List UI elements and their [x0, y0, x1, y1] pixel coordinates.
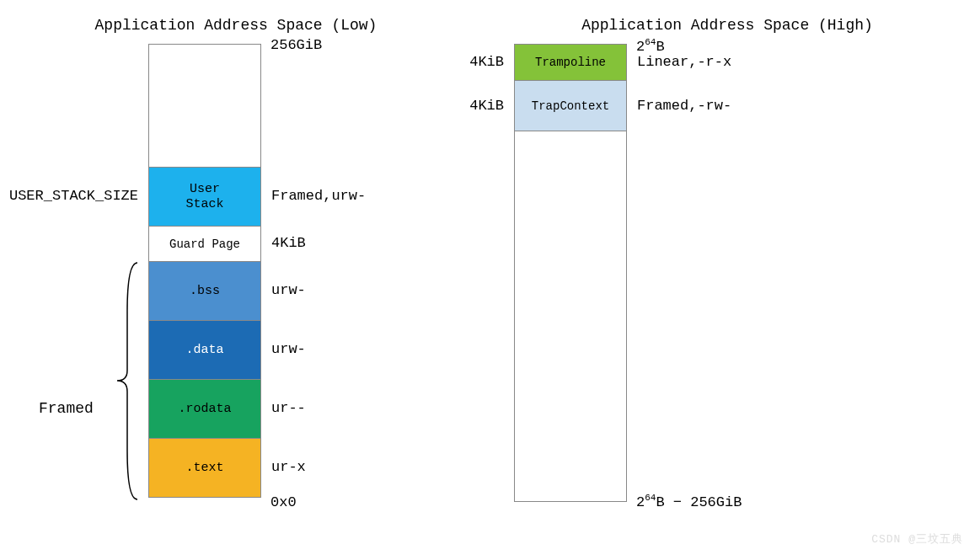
bss-segment: .bss urw-	[149, 261, 260, 320]
user-stack-right-label: Framed,urw-	[271, 188, 366, 204]
rodata-segment: .rodata ur--	[149, 379, 260, 438]
rodata-label: .rodata	[178, 402, 231, 416]
low-stack: UserStack USER_STACK_SIZE Framed,urw- Gu…	[148, 44, 261, 498]
high-empty-region	[515, 131, 626, 501]
trampoline-right-label: Linear,-r-x	[637, 54, 731, 70]
trapcontext-label: TrapContext	[532, 99, 609, 113]
framed-label: Framed	[39, 400, 94, 417]
high-top-addr: 264B	[636, 37, 665, 55]
guard-page-right-label: 4KiB	[271, 235, 306, 251]
text-segment: .text ur-x	[149, 438, 260, 497]
high-stack: Trampoline 4KiB Linear,-r-x TrapContext …	[514, 44, 627, 502]
trampoline-segment: Trampoline 4KiB Linear,-r-x	[515, 45, 626, 80]
data-right-label: urw-	[271, 341, 306, 357]
trampoline-left-label: 4KiB	[469, 54, 504, 70]
text-right-label: ur-x	[271, 459, 306, 475]
rodata-right-label: ur--	[271, 400, 306, 416]
guard-page-segment: Guard Page 4KiB	[149, 226, 260, 261]
guard-page-label: Guard Page	[169, 237, 240, 251]
text-label: .text	[185, 461, 223, 475]
trapcontext-left-label: 4KiB	[469, 98, 504, 114]
user-stack-label: UserStack	[185, 182, 223, 212]
trampoline-label: Trampoline	[535, 56, 606, 69]
data-label: .data	[185, 343, 223, 357]
watermark-text: CSDN @三坟五典	[871, 531, 963, 547]
trapcontext-right-label: Framed,-rw-	[637, 98, 731, 114]
high-bottom-addr: 264B − 256GiB	[636, 493, 742, 510]
bss-right-label: urw-	[271, 282, 306, 298]
bss-label: .bss	[190, 284, 220, 298]
title-low: Application Address Space (Low)	[25, 17, 447, 34]
high-address-diagram: 264B Trampoline 4KiB Linear,-r-x TrapCon…	[514, 44, 627, 502]
data-segment: .data urw-	[149, 320, 260, 379]
user-stack-left-label: USER_STACK_SIZE	[9, 188, 138, 204]
framed-brace-icon	[110, 261, 144, 501]
user-stack-segment: UserStack USER_STACK_SIZE Framed,urw-	[149, 167, 260, 226]
low-bottom-addr: 0x0	[270, 494, 297, 510]
low-empty-region	[149, 45, 260, 167]
title-high: Application Address Space (High)	[500, 17, 955, 34]
low-top-addr: 256GiB	[270, 37, 322, 53]
low-address-diagram: 256GiB UserStack USER_STACK_SIZE Framed,…	[148, 44, 261, 502]
trapcontext-segment: TrapContext 4KiB Framed,-rw-	[515, 80, 626, 131]
